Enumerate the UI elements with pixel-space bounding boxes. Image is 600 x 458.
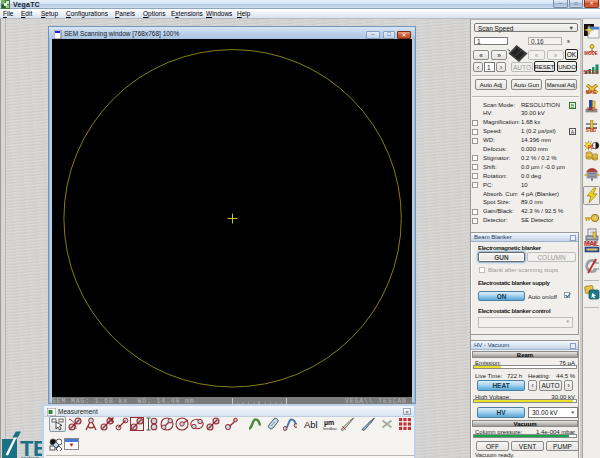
svg-text:feedback: feedback bbox=[323, 426, 337, 431]
svg-text:MAIL: MAIL bbox=[584, 240, 600, 247]
svg-text:Abl: Abl bbox=[304, 419, 318, 430]
